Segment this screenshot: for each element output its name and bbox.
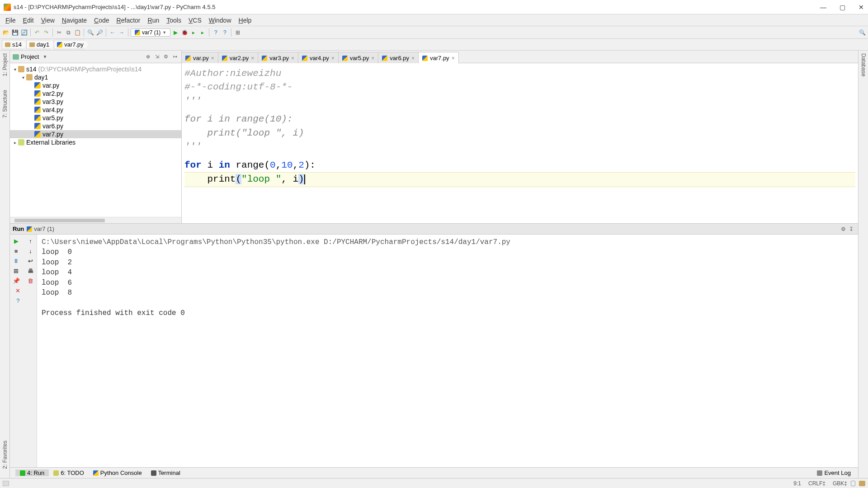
- menu-navigate[interactable]: Navigate: [58, 17, 90, 24]
- autoscroll-icon[interactable]: ⊕: [144, 53, 151, 61]
- cut-icon[interactable]: ✂: [55, 28, 63, 37]
- close-tab-icon[interactable]: ×: [371, 55, 374, 61]
- bottom-tab-terminal[interactable]: Terminal: [146, 469, 185, 476]
- tree-item[interactable]: var.py: [10, 81, 181, 89]
- editor-tab[interactable]: var2.py×: [218, 52, 259, 63]
- maximize-button[interactable]: ▢: [839, 4, 845, 10]
- tree-item[interactable]: var5.py: [10, 114, 181, 122]
- breadcrumb-item[interactable]: var7.py: [54, 40, 89, 49]
- menu-file[interactable]: File: [2, 17, 19, 24]
- collapse-icon[interactable]: ↧: [847, 225, 855, 233]
- expand-icon[interactable]: ▾: [20, 75, 26, 80]
- menu-help[interactable]: Help: [235, 17, 255, 24]
- menu-view[interactable]: View: [38, 17, 58, 24]
- editor-tab[interactable]: var6.py×: [378, 52, 419, 63]
- console-output[interactable]: C:\Users\niewe\AppData\Local\Programs\Py…: [37, 235, 858, 467]
- open-icon[interactable]: 📂: [2, 28, 10, 37]
- help-icon[interactable]: ?: [14, 297, 22, 304]
- close-tab-icon[interactable]: ×: [452, 55, 455, 61]
- breadcrumb-item[interactable]: day1: [26, 40, 54, 49]
- editor-tab[interactable]: var.py×: [181, 52, 218, 63]
- editor-tab[interactable]: var5.py×: [338, 52, 379, 63]
- bottom-tab-6-todo[interactable]: 6: TODO: [49, 469, 89, 476]
- tree-item[interactable]: ▾day1: [10, 73, 181, 81]
- sidebar-tab-favorites[interactable]: 2: Favorites: [2, 441, 8, 469]
- dropdown-icon[interactable]: ▼: [42, 54, 47, 59]
- pin-icon[interactable]: 📌: [13, 277, 20, 284]
- replace-icon[interactable]: 🔎: [95, 28, 104, 37]
- menu-vcs[interactable]: VCS: [185, 17, 205, 24]
- stop-icon[interactable]: ■: [13, 247, 20, 254]
- find-icon[interactable]: 🔍: [86, 28, 94, 37]
- paste-icon[interactable]: 📋: [73, 28, 81, 37]
- settings-icon[interactable]: ⚙: [839, 225, 847, 233]
- status-icon[interactable]: [3, 481, 9, 486]
- close-tab-icon[interactable]: ×: [291, 55, 294, 61]
- save-icon[interactable]: 💾: [11, 28, 19, 37]
- up-icon[interactable]: ↑: [27, 237, 34, 244]
- sidebar-tab-structure[interactable]: 7: Structure: [2, 90, 8, 118]
- editor-tab[interactable]: var7.py×: [418, 52, 459, 63]
- editor-tab[interactable]: var3.py×: [258, 52, 298, 63]
- expand-icon[interactable]: ▸: [12, 140, 18, 145]
- redo-icon[interactable]: ↷: [42, 28, 50, 37]
- collapse-icon[interactable]: ⇲: [153, 53, 160, 61]
- pause-icon[interactable]: ⏸: [13, 257, 20, 264]
- tree-item[interactable]: var3.py: [10, 98, 181, 106]
- file-encoding[interactable]: GBK‡: [833, 480, 847, 487]
- tree-item[interactable]: var2.py: [10, 89, 181, 98]
- undo-icon[interactable]: ↶: [33, 28, 41, 37]
- hide-icon[interactable]: ↦: [171, 53, 179, 61]
- sync-icon[interactable]: 🔄: [20, 28, 28, 37]
- menu-code[interactable]: Code: [90, 17, 113, 24]
- dump-icon[interactable]: ⊞: [13, 267, 20, 274]
- structure-icon[interactable]: ⊞: [234, 28, 242, 37]
- tree-item[interactable]: ▾s14(D:\PYCHARM\PycharmProjects\s14: [10, 65, 181, 73]
- back-icon[interactable]: ←: [108, 28, 117, 37]
- close-tab-icon[interactable]: ×: [211, 55, 214, 61]
- soft-wrap-icon[interactable]: ↩: [27, 257, 34, 264]
- tree-item[interactable]: var6.py: [10, 122, 181, 130]
- menu-refactor[interactable]: Refactor: [113, 17, 144, 24]
- expand-icon[interactable]: ▾: [12, 67, 18, 72]
- sidebar-tab-database[interactable]: Database: [860, 53, 867, 76]
- close-tab-icon[interactable]: ×: [331, 55, 335, 61]
- close-button[interactable]: ✕: [858, 4, 864, 10]
- code-editor[interactable]: #Author:nieweizhu #-*-coding:utf-8-*- ''…: [182, 63, 858, 223]
- debug-icon[interactable]: 🐞: [180, 28, 189, 37]
- menu-edit[interactable]: Edit: [19, 17, 38, 24]
- lock-icon[interactable]: [851, 481, 855, 486]
- search-everywhere-icon[interactable]: 🔍: [858, 28, 866, 37]
- editor-tab[interactable]: var4.py×: [298, 52, 339, 63]
- cursor-position[interactable]: 9:1: [793, 480, 801, 487]
- trash-icon[interactable]: 🗑: [27, 277, 34, 284]
- line-separator[interactable]: CRLF‡: [808, 480, 826, 487]
- close-icon[interactable]: ✕: [14, 287, 22, 294]
- print-icon[interactable]: 🖶: [27, 267, 34, 274]
- breadcrumb-item[interactable]: s14: [2, 40, 27, 49]
- menu-tools[interactable]: Tools: [163, 17, 185, 24]
- settings-icon[interactable]: ⚙: [162, 53, 170, 61]
- copy-icon[interactable]: ⧉: [64, 28, 72, 37]
- coverage-icon[interactable]: ▸: [189, 28, 198, 37]
- help2-icon[interactable]: ?: [221, 28, 229, 37]
- menu-run[interactable]: Run: [144, 17, 163, 24]
- tree-item[interactable]: ▸External Libraries: [10, 138, 181, 146]
- tree-item[interactable]: var4.py: [10, 106, 181, 114]
- down-icon[interactable]: ↓: [27, 247, 34, 254]
- context-icon[interactable]: [859, 481, 865, 486]
- sidebar-tab-project[interactable]: 1: Project: [2, 53, 8, 76]
- run-icon[interactable]: ▶: [171, 28, 179, 37]
- horizontal-scrollbar[interactable]: [10, 217, 181, 223]
- forward-icon[interactable]: →: [118, 28, 126, 37]
- menu-window[interactable]: Window: [205, 17, 235, 24]
- tree-item[interactable]: var7.py: [10, 130, 181, 138]
- run-config-dropdown[interactable]: var7 (1) ▼: [131, 28, 170, 37]
- bottom-tab-python-console[interactable]: Python Console: [89, 469, 146, 476]
- close-tab-icon[interactable]: ×: [251, 55, 254, 61]
- minimize-button[interactable]: —: [820, 4, 826, 10]
- profile-icon[interactable]: ▸: [198, 28, 207, 37]
- bottom-tab-4-run[interactable]: 4: Run: [15, 469, 49, 476]
- bottom-tab-event-log[interactable]: Event Log: [812, 469, 855, 476]
- rerun-icon[interactable]: ▶: [13, 237, 20, 244]
